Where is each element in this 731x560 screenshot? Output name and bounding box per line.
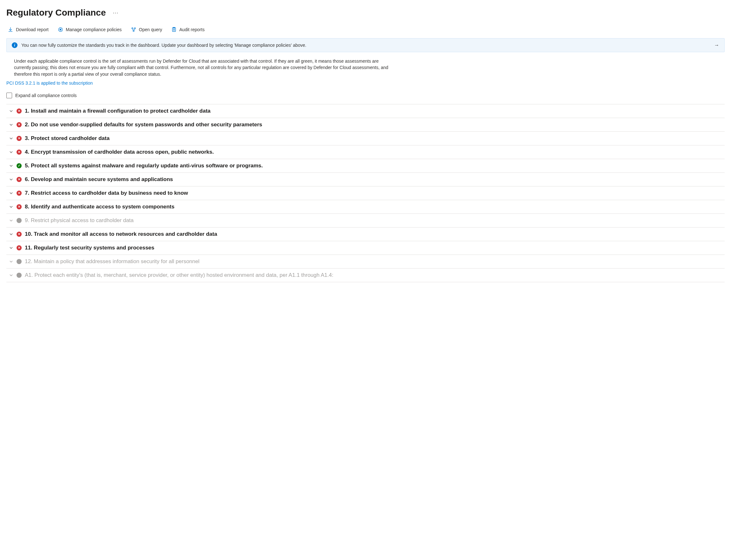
control-title: A1. Protect each entity's (that is, merc… [25,272,334,278]
toolbar-label: Download report [16,27,49,32]
control-title: 7. Restrict access to cardholder data by… [25,190,188,196]
control-row[interactable]: 10. Track and monitor all access to netw… [6,227,725,241]
svg-point-3 [134,28,136,29]
control-row[interactable]: 11. Regularly test security systems and … [6,241,725,255]
status-fail-icon [17,122,22,127]
chevron-down-icon [9,109,13,113]
more-actions-button[interactable]: ··· [111,8,121,17]
banner-arrow-button[interactable]: → [714,42,719,48]
chevron-down-icon [9,273,13,277]
chevron-down-icon [9,164,13,168]
controls-list: 1. Install and maintain a firewall confi… [6,104,725,282]
audit-reports-button[interactable]: Audit reports [171,27,205,32]
page-title: Regulatory Compliance [6,8,106,18]
chevron-down-icon [9,219,13,222]
control-row[interactable]: 6. Develop and maintain secure systems a… [6,173,725,186]
control-row[interactable]: 7. Restrict access to cardholder data by… [6,186,725,200]
chevron-down-icon [9,178,13,181]
control-row[interactable]: 4. Encrypt transmission of cardholder da… [6,145,725,159]
info-icon: i [12,42,18,48]
query-icon [131,27,137,32]
status-na-icon [17,259,22,264]
download-report-button[interactable]: Download report [8,27,49,32]
toolbar-label: Manage compliance policies [66,27,122,32]
control-title: 1. Install and maintain a firewall confi… [25,108,211,114]
chevron-down-icon [9,150,13,154]
status-fail-icon [17,109,22,114]
status-fail-icon [17,177,22,182]
manage-policies-button[interactable]: Manage compliance policies [58,27,122,32]
chevron-down-icon [9,260,13,263]
toolbar-label: Audit reports [179,27,205,32]
info-banner-text: You can now fully customize the standard… [21,43,710,48]
control-row[interactable]: 9. Restrict physical access to cardholde… [6,214,725,227]
control-title: 3. Protect stored cardholder data [25,135,109,142]
control-row[interactable]: 2. Do not use vendor-supplied defaults f… [6,118,725,132]
policy-icon [58,27,63,32]
toolbar: Download report Manage compliance polici… [8,27,725,32]
control-title: 5. Protect all systems against malware a… [25,163,263,169]
status-fail-icon [17,191,22,196]
chevron-down-icon [9,205,13,209]
control-title: 9. Restrict physical access to cardholde… [25,217,134,224]
toolbar-label: Open query [139,27,162,32]
status-fail-icon [17,232,22,237]
status-pass-icon [17,163,22,168]
chevron-down-icon [9,191,13,195]
control-title: 8. Identify and authenticate access to s… [25,204,174,210]
expand-all-label: Expand all compliance controls [15,93,77,98]
control-row[interactable]: 5. Protect all systems against malware a… [6,159,725,173]
description-text: Under each applicable compliance control… [14,58,389,77]
applied-standard-link[interactable]: PCI DSS 3.2.1 is applied to the subscrip… [6,81,93,86]
status-fail-icon [17,204,22,209]
chevron-down-icon [9,246,13,250]
control-row[interactable]: 1. Install and maintain a firewall confi… [6,104,725,118]
status-fail-icon [17,245,22,250]
control-row[interactable]: 8. Identify and authenticate access to s… [6,200,725,214]
chevron-down-icon [9,232,13,236]
control-row[interactable]: A1. Protect each entity's (that is, merc… [6,269,725,282]
control-title: 10. Track and monitor all access to netw… [25,231,217,237]
status-fail-icon [17,136,22,141]
control-title: 6. Develop and maintain secure systems a… [25,176,173,183]
status-na-icon [17,273,22,278]
clipboard-icon [171,27,177,32]
status-na-icon [17,218,22,223]
open-query-button[interactable]: Open query [131,27,162,32]
control-title: 12. Maintain a policy that addresses inf… [25,258,200,265]
chevron-down-icon [9,137,13,140]
expand-all-checkbox[interactable] [6,93,12,98]
download-icon [8,27,13,32]
info-banner: i You can now fully customize the standa… [6,38,725,52]
status-fail-icon [17,150,22,155]
control-title: 4. Encrypt transmission of cardholder da… [25,149,214,155]
svg-point-2 [132,28,133,29]
chevron-down-icon [9,123,13,127]
control-row[interactable]: 3. Protect stored cardholder data [6,132,725,145]
control-title: 2. Do not use vendor-supplied defaults f… [25,122,262,128]
svg-point-1 [60,29,61,30]
control-title: 11. Regularly test security systems and … [25,245,154,251]
control-row[interactable]: 12. Maintain a policy that addresses inf… [6,255,725,269]
svg-point-4 [133,30,134,31]
